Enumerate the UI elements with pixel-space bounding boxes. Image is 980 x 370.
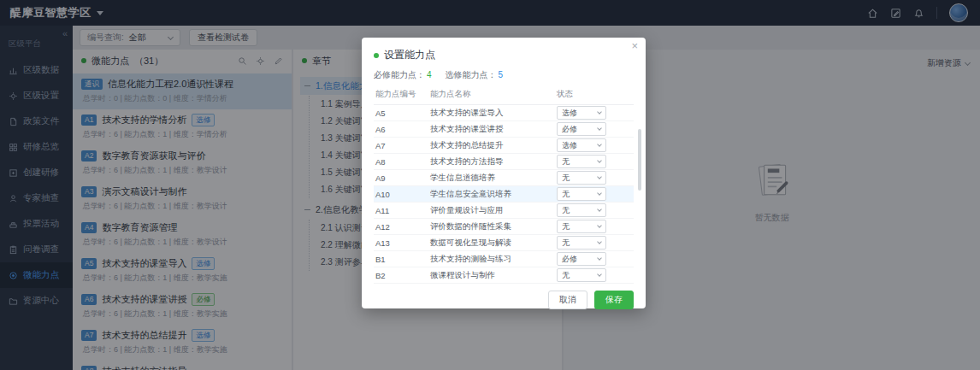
chevron-down-icon bbox=[597, 223, 602, 228]
modal-title-row: 设置能力点 bbox=[374, 48, 634, 62]
status-select[interactable]: 无 bbox=[557, 203, 606, 217]
status-select[interactable]: 必修 bbox=[557, 252, 606, 266]
status-value: 必修 bbox=[562, 254, 577, 265]
table-row: A8技术支持的方法指导无 bbox=[374, 154, 634, 170]
status-value: 无 bbox=[562, 221, 570, 232]
table-row: A5技术支持的课堂导入选修 bbox=[374, 105, 634, 121]
table-row: A13数据可视化呈现与解读无 bbox=[374, 235, 634, 251]
cell-name: 技术支持的总结提升 bbox=[428, 138, 555, 154]
cell-name: 评价量规设计与应用 bbox=[428, 203, 555, 219]
cell-code: A5 bbox=[374, 105, 428, 121]
status-select[interactable]: 无 bbox=[557, 268, 606, 282]
modal-footer: 取消 保存 bbox=[374, 291, 634, 309]
status-select[interactable]: 选修 bbox=[557, 106, 606, 120]
chevron-down-icon bbox=[597, 109, 602, 115]
cell-code: A11 bbox=[374, 203, 428, 219]
cell-code: A7 bbox=[374, 138, 428, 154]
cell-name: 学生信息道德培养 bbox=[428, 170, 555, 186]
required-count-value: 4 bbox=[427, 70, 432, 79]
status-value: 无 bbox=[562, 189, 570, 200]
status-select[interactable]: 选修 bbox=[557, 138, 606, 152]
close-icon[interactable]: × bbox=[631, 39, 638, 52]
cancel-button[interactable]: 取消 bbox=[548, 291, 587, 309]
app-screen: 醍摩豆智慧学区 « 区级平台 区级数据 区级设置 bbox=[0, 0, 980, 370]
status-value: 无 bbox=[562, 173, 570, 184]
table-row: A6技术支持的课堂讲授必修 bbox=[374, 121, 634, 138]
status-select[interactable]: 无 bbox=[557, 155, 606, 168]
chevron-down-icon bbox=[597, 272, 602, 277]
cell-code: B2 bbox=[374, 267, 428, 284]
chevron-down-icon bbox=[597, 126, 602, 131]
elective-count-value: 5 bbox=[499, 70, 504, 79]
status-value: 选修 bbox=[562, 108, 577, 119]
status-select[interactable]: 无 bbox=[557, 187, 606, 201]
save-button[interactable]: 保存 bbox=[594, 291, 634, 309]
cell-name: 技术支持的方法指导 bbox=[428, 154, 555, 170]
table-row: B2微课程设计与制作无 bbox=[374, 267, 634, 284]
cell-code: A8 bbox=[374, 154, 428, 170]
cell-name: 技术支持的测验与练习 bbox=[428, 251, 555, 267]
chevron-down-icon bbox=[597, 142, 602, 147]
table-row: A11评价量规设计与应用无 bbox=[374, 203, 634, 219]
status-value: 无 bbox=[562, 238, 570, 249]
elective-count-stat: 选修能力点：5 bbox=[446, 69, 504, 81]
chevron-down-icon bbox=[597, 255, 602, 261]
modal-title: 设置能力点 bbox=[384, 48, 435, 62]
status-value: 选修 bbox=[562, 140, 577, 151]
ability-table-wrap: 能力点编号 能力点名称 状态 A5技术支持的课堂导入选修 A6技术支持的课堂讲授… bbox=[374, 85, 634, 284]
cell-name: 技术支持的课堂导入 bbox=[428, 105, 555, 121]
cell-code: A10 bbox=[374, 186, 428, 203]
ability-table: 能力点编号 能力点名称 状态 A5技术支持的课堂导入选修 A6技术支持的课堂讲授… bbox=[374, 85, 634, 284]
set-ability-modal: × 设置能力点 必修能力点：4 选修能力点：5 能力点编号 能力点名称 状态 A… bbox=[362, 38, 646, 308]
cell-name: 学生信息安全意识培养 bbox=[428, 186, 555, 203]
chevron-down-icon bbox=[597, 158, 602, 163]
chevron-down-icon bbox=[597, 239, 602, 244]
chevron-down-icon bbox=[597, 174, 602, 179]
chevron-down-icon bbox=[597, 191, 602, 196]
cell-code: A12 bbox=[374, 219, 428, 235]
col-header-status: 状态 bbox=[555, 85, 634, 105]
status-select[interactable]: 无 bbox=[557, 220, 606, 233]
col-header-code: 能力点编号 bbox=[374, 85, 428, 105]
status-value: 必修 bbox=[562, 124, 577, 135]
table-row: A7技术支持的总结提升选修 bbox=[374, 138, 634, 154]
cell-name: 技术支持的课堂讲授 bbox=[428, 121, 555, 138]
status-select[interactable]: 无 bbox=[557, 171, 606, 185]
col-header-name: 能力点名称 bbox=[428, 85, 555, 105]
table-row: A9学生信息道德培养无 bbox=[374, 170, 634, 186]
table-row: B1技术支持的测验与练习必修 bbox=[374, 251, 634, 267]
cell-code: A9 bbox=[374, 170, 428, 186]
table-row: A12评价数据的伴随性采集无 bbox=[374, 219, 634, 235]
status-select[interactable]: 必修 bbox=[557, 122, 606, 136]
scrollbar-thumb[interactable] bbox=[638, 129, 641, 191]
required-count-stat: 必修能力点：4 bbox=[374, 69, 432, 81]
cell-name: 微课程设计与制作 bbox=[428, 267, 555, 284]
status-value: 无 bbox=[562, 156, 570, 167]
status-value: 无 bbox=[562, 270, 570, 281]
cell-name: 数据可视化呈现与解读 bbox=[428, 235, 555, 251]
modal-stats: 必修能力点：4 选修能力点：5 bbox=[374, 69, 634, 81]
cell-name: 评价数据的伴随性采集 bbox=[428, 219, 555, 235]
chevron-down-icon bbox=[597, 207, 602, 212]
cell-code: A13 bbox=[374, 235, 428, 251]
cell-code: B1 bbox=[374, 251, 428, 267]
green-dot-icon bbox=[374, 53, 379, 58]
table-row: A10学生信息安全意识培养无 bbox=[374, 186, 634, 203]
status-select[interactable]: 无 bbox=[557, 236, 606, 250]
status-value: 无 bbox=[562, 205, 570, 216]
cell-code: A6 bbox=[374, 121, 428, 138]
